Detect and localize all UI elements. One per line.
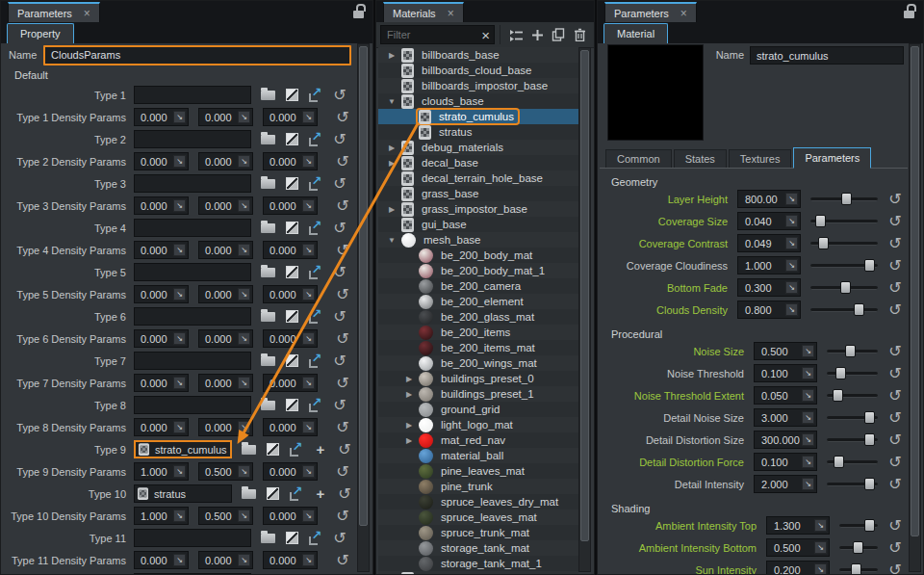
parameter-slider[interactable] (827, 456, 878, 469)
material-tree-item[interactable]: storage_tank_mat_1 (378, 556, 578, 571)
number-field-z[interactable]: 0.000 (263, 152, 318, 170)
parameter-slider[interactable] (839, 519, 878, 533)
parameter-slider[interactable] (810, 215, 878, 228)
assign-selected-button[interactable] (308, 264, 323, 281)
number-field-x[interactable]: 0.000 (134, 241, 189, 259)
add-reference-button[interactable] (313, 441, 328, 458)
close-icon[interactable]: × (84, 8, 90, 19)
parameter-value-field[interactable]: 0.500 (766, 538, 830, 557)
left-scrollbar[interactable] (357, 43, 370, 572)
parameter-slider[interactable] (827, 389, 878, 403)
materials-scrollbar[interactable] (578, 47, 591, 572)
reset-button[interactable] (331, 353, 348, 369)
material-tree-item[interactable]: be_200_body_mat_1 (378, 263, 578, 278)
clear-reference-button[interactable] (284, 220, 299, 237)
expand-arrow-icon[interactable]: ▶ (401, 421, 417, 430)
browse-folder-button[interactable] (241, 485, 256, 503)
parameter-value-field[interactable]: 0.050 (754, 386, 817, 405)
number-field-y[interactable]: 0.000 (198, 241, 253, 259)
reset-button[interactable] (334, 509, 351, 524)
reset-button[interactable] (886, 280, 904, 296)
parameter-value-field[interactable]: 800.00 (737, 190, 801, 208)
expand-arrow-icon[interactable]: ▼ (384, 236, 399, 245)
number-field-x[interactable]: 0.000 (134, 418, 189, 436)
parameter-value-field[interactable]: 0.100 (754, 364, 817, 382)
clear-filter-icon[interactable]: × (481, 28, 490, 42)
value-scrub-button[interactable] (173, 421, 186, 433)
assign-selected-button[interactable] (308, 574, 323, 575)
parameter-value-field[interactable]: 2.000 (754, 475, 817, 493)
browse-folder-button[interactable] (260, 530, 275, 547)
value-scrub-button[interactable] (173, 155, 186, 168)
material-name-field[interactable]: strato_cumulus (750, 46, 904, 65)
lock-icon[interactable] (352, 4, 366, 19)
number-field-x[interactable]: 1.000 (134, 507, 189, 525)
browse-folder-button[interactable] (260, 353, 275, 370)
parameter-value-field[interactable]: 0.300 (737, 278, 801, 297)
tab-common[interactable]: Common (605, 149, 672, 168)
material-reference-field[interactable] (134, 352, 251, 370)
reset-button[interactable] (331, 88, 348, 103)
property-name-field[interactable]: CloudsParams (43, 45, 351, 65)
number-field-y[interactable]: 0.000 (198, 152, 253, 170)
number-field-x[interactable]: 0.000 (134, 108, 189, 126)
slider-thumb[interactable] (851, 563, 861, 575)
number-field-y[interactable]: 0.500 (198, 507, 253, 525)
material-tree-item[interactable]: storage_tank_mat (378, 540, 578, 556)
number-field-z[interactable]: 0.000 (263, 551, 318, 569)
expand-arrow-icon[interactable]: ▶ (401, 390, 417, 399)
value-scrub-button[interactable] (802, 367, 814, 379)
value-scrub-button[interactable] (785, 215, 798, 227)
number-field-z[interactable]: 0.000 (263, 285, 318, 303)
clear-reference-button[interactable] (284, 264, 299, 281)
value-scrub-button[interactable] (173, 244, 186, 256)
reset-button[interactable] (331, 221, 348, 236)
value-scrub-button[interactable] (802, 456, 814, 468)
material-tree-item[interactable]: spruce_leaves_dry_mat (378, 494, 578, 510)
number-field-x[interactable]: 0.000 (134, 551, 189, 569)
delete-material-button[interactable] (569, 25, 590, 44)
reset-button[interactable] (334, 331, 351, 347)
number-field-z[interactable]: 0.000 (263, 196, 318, 215)
slider-thumb[interactable] (854, 303, 864, 316)
material-tree-item[interactable]: ▼ clouds_base (378, 93, 578, 109)
browse-folder-button[interactable] (260, 308, 275, 326)
value-scrub-button[interactable] (173, 199, 186, 212)
number-field-x[interactable]: 1.000 (134, 462, 189, 481)
slider-thumb[interactable] (815, 215, 826, 227)
materials-scrollbar-thumb[interactable] (580, 50, 589, 541)
parameter-slider[interactable] (827, 478, 878, 491)
number-field-z[interactable]: 0.000 (263, 462, 318, 481)
parameter-value-field[interactable]: 1.000 (737, 256, 801, 274)
slider-thumb[interactable] (864, 411, 875, 424)
value-scrub-button[interactable] (785, 303, 798, 316)
value-scrub-button[interactable] (302, 111, 315, 123)
browse-folder-button[interactable] (260, 574, 275, 575)
material-tree-item[interactable]: ▶ light_logo_mat (378, 417, 578, 432)
material-tree-item[interactable]: gui_base (378, 217, 578, 232)
parameter-value-field[interactable]: 0.049 (737, 234, 801, 252)
parameter-slider[interactable] (810, 259, 878, 273)
browse-folder-button[interactable] (260, 131, 275, 148)
value-scrub-button[interactable] (238, 288, 250, 301)
assign-selected-button[interactable] (308, 175, 323, 193)
number-field-x[interactable]: 0.000 (134, 152, 189, 170)
clear-reference-button[interactable] (284, 308, 299, 326)
lock-icon[interactable] (903, 4, 916, 19)
value-scrub-button[interactable] (302, 332, 315, 345)
reset-button[interactable] (334, 198, 351, 214)
number-field-x[interactable]: 0.000 (134, 329, 189, 348)
parameter-slider[interactable] (839, 541, 878, 555)
parameter-value-field[interactable]: 0.200 (766, 561, 830, 574)
value-scrub-button[interactable] (802, 389, 814, 402)
value-scrub-button[interactable] (814, 541, 827, 554)
tab-states[interactable]: States (674, 149, 727, 168)
reset-button[interactable] (886, 214, 904, 229)
parameter-slider[interactable] (810, 303, 878, 317)
value-scrub-button[interactable] (173, 332, 186, 345)
material-reference-field[interactable]: stratus (134, 484, 232, 503)
number-field-y[interactable]: 0.000 (198, 329, 253, 348)
value-scrub-button[interactable] (302, 554, 315, 566)
material-reference-field[interactable] (134, 396, 251, 414)
browse-folder-button[interactable] (260, 220, 275, 237)
